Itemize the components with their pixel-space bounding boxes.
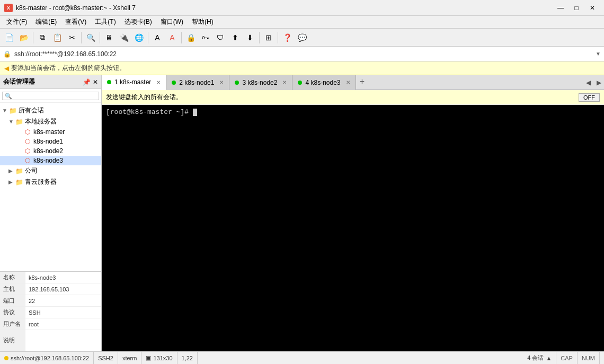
toolbar-sep-3 [100, 32, 100, 43]
maximize-button[interactable]: □ [569, 2, 584, 14]
toolbar-copy[interactable]: ⧉ [35, 31, 49, 45]
tab-k8s-node3[interactable]: 4 k8s-node3 ✕ [292, 75, 356, 90]
tree-item-local-servers[interactable]: ▼ 📁 本地服务器 [0, 116, 101, 127]
toolbar-chat[interactable]: 💬 [295, 31, 309, 45]
info-label-port: 端口 [0, 295, 25, 306]
tree-item-company[interactable]: ▶ 📁 公司 [0, 165, 101, 176]
info-value-desc [25, 330, 101, 351]
tree-label: k8s-node2 [33, 147, 63, 155]
menu-help[interactable]: 帮助(H) [188, 16, 218, 28]
menu-tabs[interactable]: 选项卡(B) [120, 16, 156, 28]
close-button[interactable]: ✕ [585, 2, 600, 14]
menu-edit[interactable]: 编辑(E) [31, 16, 61, 28]
status-dimensions: ▣ 131x30 [141, 352, 177, 364]
server-icon: ⬡ [23, 147, 32, 155]
terminal-cursor [193, 109, 197, 116]
info-row-protocol: 协议 SSH [0, 307, 101, 318]
menu-bar: 文件(F) 编辑(E) 查看(V) 工具(T) 选项卡(B) 窗口(W) 帮助(… [0, 16, 604, 29]
tree-item-k8s-node2[interactable]: ⬡ k8s-node2 [0, 146, 101, 156]
toolbar-new[interactable]: 📄 [2, 31, 16, 45]
tab-k8s-master[interactable]: 1 k8s-master ✕ [102, 75, 166, 90]
tab-k8s-node1[interactable]: 2 k8s-node1 ✕ [166, 75, 229, 90]
info-row-port: 端口 22 [0, 295, 101, 307]
toolbar-lock[interactable]: 🔒 [184, 31, 198, 45]
status-num: NUM [578, 352, 600, 364]
status-bar: ssh://root@192.168.65.100:22 SSH2 xterm … [0, 351, 604, 364]
expand-icon: ▼ [8, 119, 15, 125]
terminal-prompt: [root@k8s-master ~]# [106, 108, 193, 116]
toolbar-globe[interactable]: 🌐 [132, 31, 146, 45]
info-label-name: 名称 [0, 272, 25, 283]
toolbar-color[interactable]: A [165, 31, 179, 45]
toolbar-connect[interactable]: 🔌 [117, 31, 131, 45]
title-bar-left: X k8s-master - root@k8s-master:~ - Xshel… [4, 4, 136, 12]
info-value-protocol: SSH [25, 307, 101, 318]
toolbar-download[interactable]: ⬇ [243, 31, 257, 45]
folder-icon: 📁 [15, 167, 23, 175]
toolbar-upload[interactable]: ⬆ [228, 31, 242, 45]
tab-close-icon[interactable]: ✕ [282, 79, 287, 85]
tree-label: k8s-master [33, 128, 65, 136]
broadcast-off-button[interactable]: OFF [579, 93, 600, 102]
expand-icon: ▼ [2, 108, 8, 113]
tab-status-dot [235, 81, 239, 85]
address-bar: 🔒 ssh://root:******@192.168.65.100:22 ▼ [0, 47, 604, 61]
cap-label: CAP [561, 355, 573, 361]
toolbar-font[interactable]: A [150, 31, 164, 45]
broadcast-bar: 发送键盘输入的所有会话。 OFF [102, 90, 604, 105]
tab-nav-next[interactable]: ▶ [593, 76, 604, 90]
toolbar-session-new[interactable]: 🖥 [102, 31, 116, 45]
menu-file[interactable]: 文件(F) [2, 16, 31, 28]
info-value-host: 192.168.65.103 [25, 283, 101, 295]
toolbar-security[interactable]: 🛡 [214, 31, 227, 45]
tree-label: 所有会话 [19, 106, 44, 115]
tab-nav-prev[interactable]: ◀ [583, 76, 593, 90]
folder-icon: 📁 [15, 179, 23, 186]
status-sessions[interactable]: 4 会话 ▲ [523, 352, 556, 364]
tab-k8s-node2[interactable]: 3 k8s-node2 ✕ [229, 75, 292, 90]
status-address: ssh://root@192.168.65.100:22 [4, 352, 94, 364]
sidebar-pin-icon[interactable]: 📌 [83, 78, 91, 86]
tab-close-icon[interactable]: ✕ [219, 79, 224, 85]
menu-window[interactable]: 窗口(W) [156, 16, 188, 28]
toolbar-grid[interactable]: ⊞ [262, 31, 276, 45]
toolbar-help[interactable]: ❓ [280, 31, 294, 45]
sidebar-close-icon[interactable]: ✕ [93, 78, 98, 86]
tree-item-all-sessions[interactable]: ▼ 📁 所有会话 [0, 105, 101, 116]
terminal-area[interactable]: [root@k8s-master ~]# [102, 105, 604, 351]
folder-icon: 📁 [15, 118, 23, 126]
tree-item-k8s-node1[interactable]: ⬡ k8s-node1 [0, 137, 101, 146]
tab-close-icon[interactable]: ✕ [346, 79, 350, 85]
sessions-arrow-icon: ▲ [546, 355, 552, 361]
tab-add-button[interactable]: + [356, 75, 369, 88]
status-position-text: 1,22 [182, 355, 193, 361]
toolbar-open[interactable]: 📂 [17, 31, 31, 45]
info-value-port: 22 [25, 295, 101, 306]
info-value-name: k8s-node3 [25, 272, 101, 283]
expand-icon: ▶ [8, 168, 15, 174]
menu-view[interactable]: 查看(V) [61, 16, 91, 28]
tree-item-cloud[interactable]: ▶ 📁 青云服务器 [0, 176, 101, 188]
status-connection-dot [4, 356, 8, 360]
broadcast-text: 发送键盘输入的所有会话。 [106, 93, 182, 102]
tab-close-icon[interactable]: ✕ [156, 79, 161, 85]
tab-label: 4 k8s-node3 [305, 79, 340, 86]
status-position: 1,22 [177, 352, 198, 364]
toolbar-paste[interactable]: 📋 [50, 31, 64, 45]
address-dropdown-icon[interactable]: ▼ [596, 51, 601, 57]
sidebar-header: 会话管理器 📌 ✕ [0, 75, 101, 89]
status-ssh-label: SSH2 [98, 355, 113, 361]
search-input[interactable] [2, 92, 99, 100]
menu-tools[interactable]: 工具(T) [91, 16, 120, 28]
toolbar-key[interactable]: 🗝 [199, 31, 212, 45]
window-controls: — □ ✕ [553, 2, 600, 14]
tree-item-k8s-master[interactable]: ⬡ k8s-master [0, 127, 101, 137]
hint-text: 要添加当前会话，点击左侧的箭头按钮。 [11, 64, 126, 73]
tree-label: 公司 [25, 166, 38, 175]
toolbar-cut[interactable]: ✂ [65, 31, 79, 45]
minimize-button[interactable]: — [553, 2, 568, 14]
status-protocol: SSH2 [94, 352, 118, 364]
tree-item-k8s-node3[interactable]: ⬡ k8s-node3 [0, 156, 101, 165]
dimensions-icon: ▣ [146, 354, 151, 361]
toolbar-find[interactable]: 🔍 [84, 31, 97, 45]
